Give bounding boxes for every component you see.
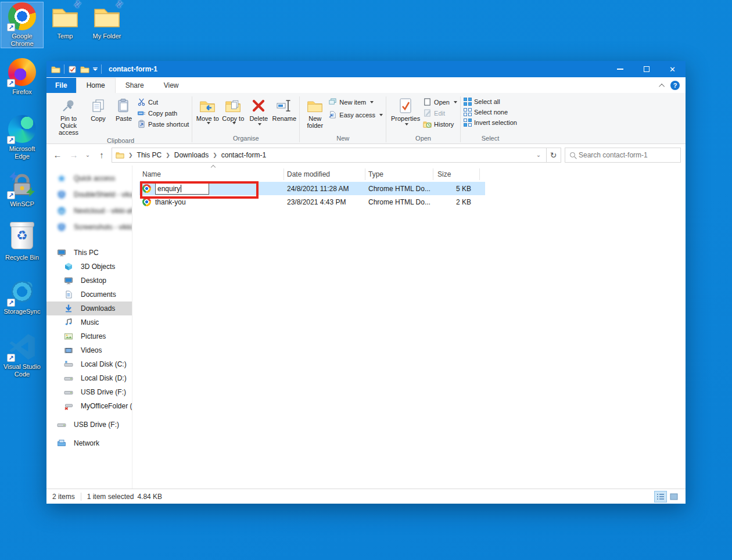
sidebar-item-desktop[interactable]: Desktop: [46, 274, 132, 288]
breadcrumb-this-pc[interactable]: This PC: [137, 151, 162, 159]
dropdown-caret-icon: [258, 123, 261, 125]
desktop-icon-recycle-bin[interactable]: ♻ Recycle Bin: [1, 222, 43, 261]
button-label: New folder: [303, 115, 327, 129]
new-folder-button[interactable]: New folder: [303, 95, 327, 129]
collapse-ribbon-icon[interactable]: [659, 83, 665, 89]
desktop-icon-firefox[interactable]: ↗ Firefox: [1, 58, 43, 96]
column-header-name[interactable]: Name: [132, 170, 284, 178]
paste-button[interactable]: Paste: [112, 95, 136, 122]
help-icon[interactable]: ?: [670, 81, 680, 90]
forward-button[interactable]: →: [67, 150, 80, 160]
desktop-icon-my-folder[interactable]: ⇄ My Folder: [86, 2, 128, 40]
sidebar-item-downloads[interactable]: Downloads: [46, 301, 132, 315]
breadcrumb-downloads[interactable]: Downloads: [174, 151, 209, 159]
desktop-icon-vscode[interactable]: ↗ Visual Studio Code: [1, 333, 43, 378]
rename-input[interactable]: enquiry: [155, 183, 209, 195]
search-input[interactable]: Search contact-form-1: [565, 148, 681, 163]
copy-to-button[interactable]: Copy to: [221, 95, 245, 124]
back-button[interactable]: ←: [51, 150, 64, 160]
sidebar-item-usb-drive[interactable]: USB Drive (F:): [46, 385, 132, 399]
sidebar-item-blurred-1[interactable]: DoubleShield - vikab: [46, 186, 132, 203]
desktop-icon-winscp[interactable]: ↗ WinSCP: [1, 170, 43, 208]
edit-button[interactable]: Edit: [423, 109, 457, 117]
button-label: Paste shortcut: [148, 121, 189, 128]
new-item-button[interactable]: New item: [328, 98, 383, 106]
sidebar-item-this-pc[interactable]: This PC: [46, 246, 132, 260]
sidebar-item-local-disk-d[interactable]: Local Disk (D:): [46, 371, 132, 385]
qat-customize-icon[interactable]: [93, 67, 98, 71]
column-header-date-modified[interactable]: Date modified: [284, 170, 365, 178]
tab-share[interactable]: Share: [116, 78, 154, 93]
easy-access-button[interactable]: Easy access: [328, 110, 383, 119]
vscode-icon: ↗: [8, 333, 36, 361]
file-type: Chrome HTML Do...: [365, 198, 433, 206]
sidebar-item-3d-objects[interactable]: 3D Objects: [46, 260, 132, 274]
dropdown-caret-icon: [232, 122, 236, 124]
open-button[interactable]: Open: [423, 98, 457, 106]
sidebar-item-quick-access[interactable]: Quick access: [46, 170, 132, 186]
sidebar-item-music[interactable]: Music: [46, 315, 132, 329]
move-to-button[interactable]: Move to: [195, 95, 220, 124]
invert-selection-button[interactable]: Invert selection: [464, 119, 517, 127]
sidebar-item-blurred-2[interactable]: Nextcloud - vikki-afs: [46, 203, 132, 219]
select-all-button[interactable]: Select all: [464, 98, 517, 106]
title-bar[interactable]: contact-form-1 ✕: [46, 61, 686, 77]
details-view-button[interactable]: [655, 491, 666, 502]
file-row-enquiry[interactable]: enquiry 24/8/2021 11:28 AM Chrome HTML D…: [132, 182, 686, 195]
sidebar-item-videos[interactable]: Videos: [46, 343, 132, 357]
shield-icon: [57, 222, 66, 232]
paste-shortcut-button[interactable]: Paste shortcut: [137, 120, 189, 128]
refresh-button[interactable]: ↻: [546, 148, 561, 163]
sidebar-label: DoubleShield - vikab: [74, 191, 132, 199]
maximize-button[interactable]: [633, 61, 659, 77]
history-button[interactable]: History: [423, 120, 457, 128]
column-header-size[interactable]: Size: [433, 170, 479, 178]
desktop-icon-google-chrome[interactable]: ↗ Google Chrome: [1, 2, 43, 48]
tab-file[interactable]: File: [46, 78, 76, 93]
copy-to-icon: [225, 96, 241, 115]
desktop-icon-temp-folder[interactable]: ⇄ Temp: [44, 2, 86, 40]
rename-button[interactable]: Rename: [272, 95, 296, 122]
close-button[interactable]: ✕: [659, 61, 686, 77]
desktop-icon-storagesync[interactable]: ↗ StorageSync: [1, 278, 43, 315]
address-dropdown-caret[interactable]: ⌄: [534, 152, 543, 158]
drive-icon: [64, 374, 73, 383]
delete-button[interactable]: Delete: [246, 95, 271, 125]
qat-new-folder-icon[interactable]: [80, 64, 89, 74]
shortcut-arrow-icon: ↗: [7, 191, 15, 199]
sidebar-item-network[interactable]: Network: [46, 436, 132, 450]
sidebar-item-documents[interactable]: Documents: [46, 288, 132, 301]
minimize-button[interactable]: [607, 61, 633, 77]
sidebar-item-local-disk-c[interactable]: Local Disk (C:): [46, 357, 132, 371]
tab-view[interactable]: View: [154, 78, 189, 93]
sidebar-item-myofficefolder[interactable]: MyOfficeFolder (\\\: [46, 399, 132, 413]
properties-button[interactable]: Properties: [389, 95, 422, 125]
select-none-button[interactable]: Select none: [464, 108, 517, 116]
file-row-thank-you[interactable]: thank-you 23/8/2021 4:43 PM Chrome HTML …: [132, 195, 686, 209]
button-label: Rename: [272, 115, 297, 122]
column-header-type[interactable]: Type: [365, 170, 433, 178]
column-separator: [284, 168, 284, 180]
recent-locations-caret[interactable]: ⌄: [84, 152, 92, 158]
up-button[interactable]: ↑: [95, 150, 108, 160]
button-label: Select none: [474, 109, 508, 116]
sidebar-item-blurred-3[interactable]: Screenshots - vikki26: [46, 219, 132, 235]
tab-home[interactable]: Home: [76, 78, 116, 93]
button-label: Copy: [91, 115, 106, 122]
sidebar-item-pictures[interactable]: Pictures: [46, 329, 132, 343]
breadcrumb-current-folder[interactable]: contact-form-1: [221, 151, 266, 159]
address-breadcrumb[interactable]: ❯ This PC ❯ Downloads ❯ contact-form-1 ⌄: [112, 148, 547, 163]
sidebar-label: Quick access: [74, 174, 115, 182]
sidebar-item-usb-drive-root[interactable]: USB Drive (F:): [46, 418, 132, 432]
cut-button[interactable]: Cut: [137, 98, 189, 106]
desktop-icon-microsoft-edge[interactable]: ↗ Microsoft Edge: [1, 115, 43, 160]
crumb-separator: ❯: [127, 152, 135, 158]
qat-properties-icon[interactable]: [68, 65, 77, 74]
properties-icon: [398, 96, 413, 115]
sidebar-label: Nextcloud - vikki-afs: [74, 207, 132, 215]
copy-button[interactable]: Copy: [86, 95, 110, 122]
large-icons-view-button[interactable]: [668, 491, 680, 502]
pin-to-quick-access-button[interactable]: Pin to Quick access: [52, 95, 85, 136]
copy-path-button[interactable]: Copy path: [137, 109, 189, 117]
crumb-separator: ❯: [164, 152, 172, 158]
